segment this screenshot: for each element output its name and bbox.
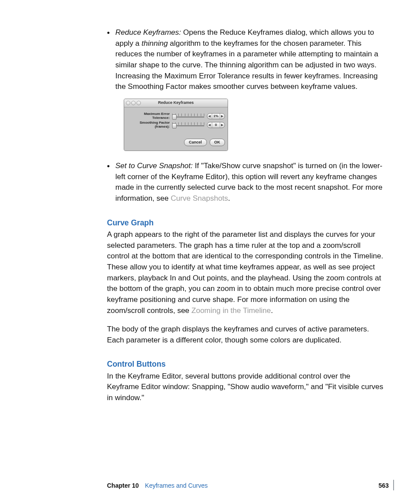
heading-curve-graph: Curve Graph: [107, 217, 384, 228]
body-text: A graph appears to the right of the para…: [107, 229, 384, 316]
footer-rule: [393, 480, 394, 490]
list-item: Reduce Keyframes: Opens the Reduce Keyfr…: [107, 27, 384, 151]
cancel-button: Cancel: [184, 139, 207, 146]
dialog-frame: Reduce Keyframes Maximum Error Tolerance…: [124, 99, 228, 151]
close-icon: [126, 101, 130, 105]
body-text: The body of the graph displays the keyfr…: [107, 324, 384, 346]
row-max-error-tolerance: Maximum Error Tolerance: ◀ 1% ▶: [127, 112, 225, 120]
ok-button: OK: [210, 139, 225, 146]
slider-max-error: [172, 114, 204, 119]
term-set-to-curve-snapshot: Set to Curve Snapshot:: [115, 162, 193, 170]
chevron-left-icon: ◀: [207, 122, 212, 128]
heading-control-buttons: Control Buttons: [107, 359, 384, 370]
reduce-keyframes-dialog-figure: Reduce Keyframes Maximum Error Tolerance…: [124, 99, 384, 151]
slider-smoothing: [172, 122, 204, 128]
footer-chapter: Chapter 10: [107, 481, 139, 490]
row-smoothing-factor: Smoothing Factor (frames): ◀ 0 ▶: [127, 121, 225, 129]
field-label: Maximum Error Tolerance:: [127, 112, 172, 120]
chevron-left-icon: ◀: [207, 114, 212, 119]
stepper-value: 0: [212, 122, 220, 128]
slider-thumb-icon: [172, 123, 177, 129]
field-label: Smoothing Factor (frames):: [127, 121, 172, 129]
list-item: Set to Curve Snapshot: If "Take/Show cur…: [107, 161, 384, 204]
link-curve-snapshots[interactable]: Curve Snapshots: [171, 194, 228, 202]
term-thinning: thinning: [142, 39, 168, 48]
body-text: Reduce Keyframes: Opens the Reduce Keyfr…: [115, 28, 378, 91]
dialog-titlebar: Reduce Keyframes: [124, 99, 228, 107]
zoom-icon: [136, 101, 141, 105]
term-reduce-keyframes: Reduce Keyframes:: [115, 28, 181, 37]
body-text: Set to Curve Snapshot: If "Take/Show cur…: [115, 162, 383, 202]
body-text: In the Keyframe Editor, several buttons …: [107, 371, 384, 404]
footer-page-number: 563: [379, 481, 389, 490]
slider-thumb-icon: [172, 114, 177, 120]
minimize-icon: [131, 101, 136, 105]
page: Reduce Keyframes: Opens the Reduce Keyfr…: [0, 0, 420, 504]
stepper-value: 1%: [212, 114, 220, 119]
chevron-right-icon: ▶: [220, 122, 225, 128]
link-zooming-timeline[interactable]: Zooming in the Timeline: [192, 306, 271, 315]
page-footer: Chapter 10 Keyframes and Curves 563: [107, 481, 389, 490]
chevron-right-icon: ▶: [220, 114, 225, 119]
dialog-button-row: Cancel OK: [127, 139, 225, 146]
main-content: Reduce Keyframes: Opens the Reduce Keyfr…: [107, 27, 384, 412]
footer-title: Keyframes and Curves: [145, 481, 378, 490]
window-controls: [126, 101, 141, 105]
stepper-max-error: ◀ 1% ▶: [207, 113, 225, 119]
dialog-body: Maximum Error Tolerance: ◀ 1% ▶: [124, 107, 228, 151]
stepper-smoothing: ◀ 0 ▶: [207, 122, 225, 128]
